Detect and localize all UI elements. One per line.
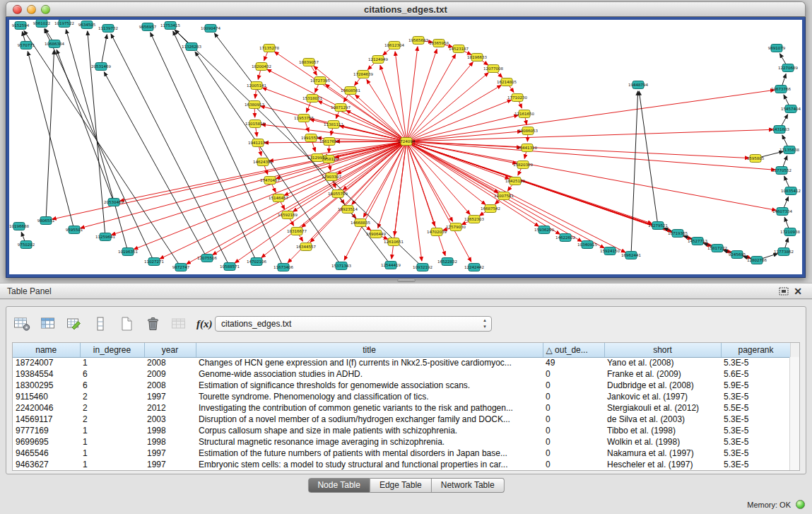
graph-node[interactable]: 10835412	[781, 187, 801, 195]
graph-node[interactable]: 9634505	[78, 21, 96, 29]
graph-node[interactable]: 9891079	[768, 45, 786, 52]
graph-node[interactable]: 17210938	[780, 228, 800, 236]
citation-network-graph[interactable]: 1724094186123041212494917284639156085611…	[9, 20, 801, 272]
column-header-pagerank[interactable]: pagerank	[721, 343, 791, 357]
graph-node[interactable]: 9570771	[18, 42, 35, 49]
citation-edge-black[interactable]	[57, 49, 114, 202]
citation-edge-red[interactable]	[262, 88, 406, 141]
graph-node[interactable]: 10340915	[577, 241, 597, 249]
graph-node[interactable]: 12161650	[514, 110, 534, 118]
row-height-icon[interactable]	[90, 314, 110, 334]
graph-node[interactable]: 9152594	[12, 22, 30, 30]
graph-node[interactable]: 12270689	[778, 64, 798, 72]
graph-node[interactable]: 14622602	[555, 234, 575, 242]
graph-node[interactable]: 11673406	[273, 264, 293, 271]
graph-node[interactable]: 9750202	[18, 241, 35, 249]
citation-edge-red[interactable]	[276, 141, 406, 179]
graph-node[interactable]: 10686384	[45, 40, 64, 48]
column-header-title[interactable]: title	[196, 343, 543, 357]
graph-node[interactable]: 16380913	[245, 101, 264, 109]
graph-node[interactable]: 14523187	[449, 45, 469, 53]
graph-node[interactable]: 16214805	[497, 78, 517, 86]
table-settings-icon[interactable]	[12, 314, 32, 334]
close-panel-icon[interactable]: ✕	[791, 285, 805, 298]
citation-edge-red[interactable]	[406, 90, 775, 141]
graph-node[interactable]: 11773862	[774, 248, 794, 256]
graph-node[interactable]: 18923514	[338, 206, 358, 214]
graph-node[interactable]: 9872747	[172, 264, 190, 271]
citation-edge-red[interactable]	[406, 141, 775, 170]
graph-node[interactable]: 17135278	[259, 45, 279, 52]
function-builder-icon[interactable]: f(x)	[195, 314, 215, 334]
tab-network-table[interactable]: Network Table	[432, 478, 505, 493]
graph-node[interactable]: 11431683	[770, 126, 789, 134]
graph-node[interactable]: 15820309	[513, 161, 533, 169]
graph-node[interactable]: 20531469	[91, 63, 111, 71]
network-canvas[interactable]: 1724094186123041212494917284639156085611…	[9, 20, 802, 274]
citation-edge-red[interactable]	[406, 141, 422, 261]
graph-node[interactable]: 11139732	[98, 25, 118, 33]
citation-edge-black[interactable]	[104, 72, 207, 258]
graph-node[interactable]: 11027271	[144, 258, 164, 266]
citation-edge-black[interactable]	[151, 33, 257, 262]
citation-edge-red[interactable]	[395, 52, 406, 141]
graph-node[interactable]: 15936290	[534, 226, 554, 234]
graph-node[interactable]: 18196633	[467, 54, 487, 62]
graph-node[interactable]: 11753415	[160, 22, 180, 30]
graph-node[interactable]: 10197522	[54, 20, 74, 28]
graph-node[interactable]: 10932192	[413, 264, 433, 271]
tab-node-table[interactable]: Node Table	[307, 478, 370, 493]
column-header-out_degree[interactable]: △ out_de...	[543, 343, 604, 357]
citation-edge-black[interactable]	[639, 91, 658, 226]
import-table-icon[interactable]	[169, 314, 189, 334]
graph-node[interactable]: 11592169	[278, 211, 298, 219]
window-titlebar[interactable]: citations_edges.txt	[6, 1, 806, 17]
graph-node[interactable]: 15318031	[302, 95, 322, 103]
graph-node[interactable]: 20530469	[104, 199, 124, 206]
graph-node[interactable]: 17470457	[260, 177, 280, 185]
graph-node[interactable]: 12242442	[464, 264, 484, 271]
graph-node[interactable]: 16962441	[621, 252, 641, 259]
citation-edge-red[interactable]	[406, 47, 418, 141]
minimize-window-icon[interactable]	[27, 5, 36, 14]
column-header-short[interactable]: short	[604, 343, 721, 357]
graph-node[interactable]: 9856957	[139, 23, 157, 31]
graph-node[interactable]: 10871297	[331, 104, 351, 112]
vertical-scrollbar[interactable]	[789, 357, 799, 470]
tab-edge-table[interactable]: Edge Table	[370, 478, 432, 493]
graph-node[interactable]: 14702039	[427, 228, 447, 236]
graph-node[interactable]: 10365958	[429, 40, 449, 47]
citation-edge-red[interactable]	[81, 141, 406, 228]
table-row[interactable]: 946362711997Embryonic stem cells: a mode…	[13, 459, 791, 470]
graph-node[interactable]: 19448794	[628, 81, 648, 89]
table-row[interactable]: 2242004622012Investigating the contribut…	[13, 402, 791, 414]
table-row[interactable]: 977716911998Corpus callosum shape and si…	[13, 425, 791, 436]
graph-node[interactable]: 14668835	[351, 219, 370, 227]
graph-node[interactable]: 10588571	[220, 263, 240, 271]
graph-node[interactable]: 10196688	[9, 223, 29, 230]
graph-node[interactable]: 15924150	[600, 247, 620, 255]
table-row[interactable]: 1872400712008Changes of HCN gene express…	[13, 357, 791, 368]
table-row[interactable]: 911546021997Tourette syndrome. Phenomeno…	[13, 391, 791, 402]
graph-node[interactable]: 16522832	[437, 258, 457, 266]
citation-edge-red[interactable]	[406, 62, 473, 141]
graph-node[interactable]: 17135638	[779, 146, 799, 154]
float-panel-icon[interactable]	[777, 285, 791, 298]
graph-node[interactable]: 9361022	[33, 20, 51, 28]
graph-node[interactable]: 15371343	[331, 262, 351, 270]
graph-node[interactable]: 1595805	[747, 155, 765, 163]
citation-edge-red[interactable]	[406, 129, 773, 141]
graph-node[interactable]: 18425120	[505, 177, 525, 185]
graph-node[interactable]: 12770552	[772, 167, 792, 175]
graph-node[interactable]: 15457404	[781, 105, 801, 113]
citation-edge-red[interactable]	[120, 141, 406, 201]
table-row[interactable]: 946554611997Estimation of the future num…	[13, 448, 791, 459]
citation-edge-red[interactable]	[406, 141, 749, 158]
delete-icon[interactable]	[143, 314, 163, 334]
graph-node[interactable]: 12544419	[381, 262, 401, 269]
table-source-combo[interactable]: citations_edges.txt ▲▼	[215, 316, 492, 332]
graph-node[interactable]: 11015816	[245, 120, 265, 128]
graph-node[interactable]: 14702106	[247, 258, 266, 266]
graph-node[interactable]: 11381111	[324, 121, 343, 129]
graph-node[interactable]: 18839057	[299, 59, 319, 66]
